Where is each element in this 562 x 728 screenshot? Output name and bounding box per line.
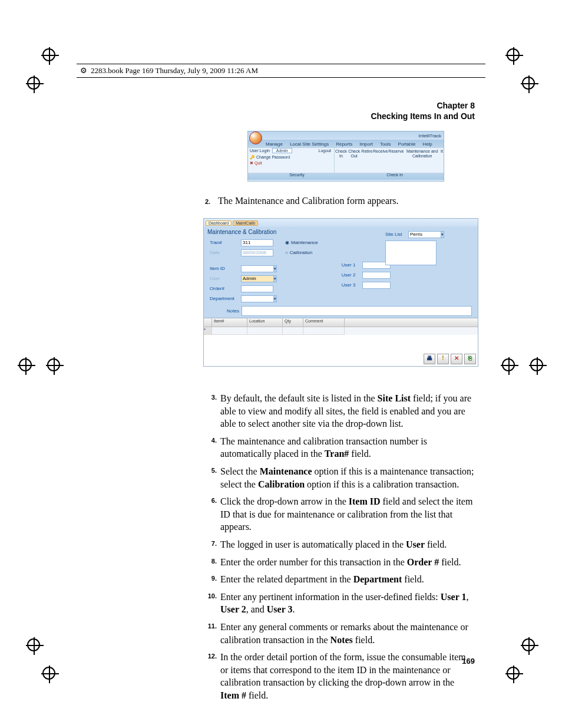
chevron-down-icon[interactable]: ▾ [441,231,444,238]
quit-button[interactable]: ✖ Quit [250,161,332,166]
date-label: Date [210,250,239,255]
warn-button[interactable]: ! [437,354,449,364]
ribbon-group-security: Security [248,173,346,180]
tran-label: Tran# [210,240,239,245]
ribbon-tab[interactable]: Import [357,141,375,147]
grid-row[interactable]: * [204,327,478,335]
form-tab-maintcalib[interactable]: MaintCalib [233,220,258,226]
user-login-value[interactable]: Admin [272,148,292,153]
user-label: User [210,276,239,281]
sitelist-label: Site List [385,232,406,237]
registration-mark-icon [522,638,535,651]
user2-label: User 2 [342,272,361,278]
order-input[interactable] [241,285,273,292]
user-login-row: User Login Admin Logout [250,149,332,153]
list-item: 7.The logged in user is automatically pl… [200,538,475,551]
grid-col-qty: Qty [283,318,303,327]
user3-label: User 3 [342,282,361,288]
page: ⚙ 2283.book Page 169 Thursday, July 9, 2… [0,0,562,728]
grid-col-comment: Comment [303,318,345,327]
registration-mark-icon [507,48,520,61]
tran-input[interactable] [241,239,273,246]
user-dropdown: ▾ [241,275,273,282]
list-item: 12.In the order detail portion of the fo… [200,651,475,701]
registration-mark-icon [19,358,32,371]
sitelist-dropdown[interactable]: ▾ [408,231,437,238]
ribbon-button-reserve[interactable]: Reserve [388,149,404,154]
registration-mark-icon [507,667,520,680]
app-name: IntelliTrack [419,133,441,139]
sitelist-listbox[interactable] [385,241,437,265]
registration-mark-icon [42,667,55,680]
registration-mark-icon [27,638,40,651]
ribbon-group-checkin: Check In [346,173,444,180]
grid-col-selector [204,318,212,327]
book-header-bar: ⚙ 2283.book Page 169 Thursday, July 9, 2… [77,64,485,78]
date-input [241,249,273,256]
grid-col-item: Item# [212,318,247,327]
print-button[interactable]: 🖶 [424,354,435,364]
notes-input[interactable] [242,306,472,316]
user2-input[interactable] [362,272,391,279]
ribbon-tab[interactable]: Help [420,141,434,147]
chapter-label: Chapter 8 [437,101,475,110]
save-button[interactable]: ⎘ [464,354,476,364]
ribbon-button-check-out[interactable]: Check Out [348,149,361,158]
app-orb-icon[interactable] [249,131,262,144]
ribbon-button-maint-calib[interactable]: Maintenance and Calibration [404,149,440,158]
registration-mark-icon [47,358,60,371]
page-header: Chapter 8 Checking Items In and Out [371,100,475,121]
list-item: 5.Select the Maintenance option if this … [200,465,475,490]
registration-mark-icon [522,77,535,90]
dept-label: Department [210,296,239,301]
chevron-down-icon[interactable]: ▾ [273,295,277,302]
itemid-dropdown[interactable]: ▾ [241,265,273,272]
ribbon-button-more[interactable]: It [441,149,443,154]
ribbon-tab[interactable]: Manage [263,141,285,147]
registration-mark-icon [502,358,515,371]
list-item: 11.Enter any general comments or remarks… [200,621,475,646]
ribbon-button-check-in[interactable]: Check In [335,149,347,158]
chevron-down-icon[interactable]: ▾ [273,265,277,272]
order-label: Order# [210,286,239,291]
maintenance-form-screenshot: Dashboard MaintCalib Maintenance & Calib… [203,218,478,367]
calibration-radio[interactable]: ○ [285,250,288,255]
ribbon-tab[interactable]: Reports [333,141,355,147]
ribbon-tab[interactable]: Portable [396,141,418,147]
registration-mark-icon [42,48,55,61]
gear-icon: ⚙ [80,66,87,75]
ribbon-tab[interactable]: Tools [378,141,394,147]
book-tag-text: 2283.book Page 169 Thursday, July 9, 200… [91,66,258,75]
dept-dropdown[interactable]: ▾ [241,295,273,302]
instruction-list: 3.By default, the default site is listed… [200,392,475,706]
page-number: 169 [462,657,475,666]
list-item: 10.Enter any pertinent information in th… [200,591,475,616]
list-item: 4.The maintenance and calibration transa… [200,435,475,460]
itemid-label: Item ID [210,266,239,271]
chevron-down-icon: ▾ [273,275,277,282]
ribbon-tab[interactable]: Local Site Settings [287,141,331,147]
maintenance-radio[interactable]: ◉ [285,240,289,245]
notes-label: Notes [210,308,239,314]
ribbon-button-receive[interactable]: Receive [373,149,388,154]
grid-col-location: Location [247,318,283,327]
registration-mark-icon [27,77,40,90]
logout-button[interactable]: Logout [319,149,331,153]
user1-label: User 1 [342,262,361,268]
close-button[interactable]: ✕ [451,354,462,364]
chapter-title: Checking Items In and Out [371,111,475,121]
list-item: 8.Enter the order number for this transa… [200,556,475,569]
ribbon-button-retire[interactable]: Retire [361,149,372,154]
form-tab-dashboard[interactable]: Dashboard [206,220,232,226]
registration-mark-icon [530,358,543,371]
user3-input[interactable] [362,282,391,289]
list-item: 9.Enter the related department in the De… [200,573,475,586]
list-item: 3.By default, the default site is listed… [200,392,475,430]
step-number: 2. [205,198,210,205]
list-item: 6.Click the drop-down arrow in the Item … [200,495,475,533]
change-password-button[interactable]: 🔑 Change Password [250,155,332,160]
step-text: The Maintenance and Calibration form app… [218,196,475,206]
ribbon-screenshot: IntelliTrack Manage Local Site Settings … [247,131,444,182]
